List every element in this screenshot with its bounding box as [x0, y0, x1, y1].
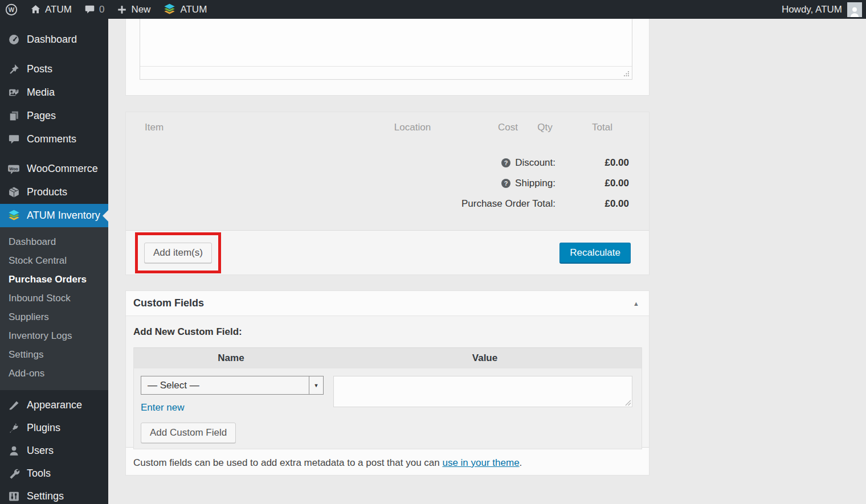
red-highlight-annotation: Add item(s) [135, 232, 221, 273]
add-new-custom-field-label: Add New Custom Field: [133, 326, 642, 338]
submenu-item-dashboard[interactable]: Dashboard [0, 232, 108, 251]
custom-fields-description: Custom fields can be used to add extra m… [126, 448, 649, 478]
meta-key-select[interactable]: — Select — ▼ [141, 376, 324, 395]
wordpress-logo-menu[interactable]: W [0, 0, 24, 19]
chevron-down-icon: ▼ [309, 376, 323, 394]
admin-sidebar-menu: Dashboard Posts Media Pages Comments Woo… [0, 19, 108, 504]
admin-bar-site-link[interactable]: ATUM [24, 0, 78, 19]
sidebar-item-tools[interactable]: Tools [0, 462, 108, 485]
sidebar-item-label: Posts [27, 63, 52, 75]
sidebar-item-users[interactable]: Users [0, 439, 108, 462]
sidebar-item-posts[interactable]: Posts [0, 58, 108, 81]
editor-statusbar [140, 67, 632, 79]
help-icon[interactable]: ? [501, 179, 510, 188]
home-icon [30, 4, 41, 15]
submenu-item-stock-central[interactable]: Stock Central [0, 251, 108, 270]
add-items-button[interactable]: Add item(s) [144, 243, 212, 263]
items-footer: Add item(s) Recalculate [126, 230, 649, 274]
help-icon[interactable]: ? [501, 158, 510, 167]
admin-bar-site-name: ATUM [45, 4, 72, 15]
shipping-row: ? Shipping: £0.00 [126, 173, 649, 194]
sidebar-item-label: Users [27, 445, 54, 457]
value-column-header: Value [328, 353, 642, 364]
plus-icon [117, 5, 127, 15]
order-total-value: £0.00 [555, 198, 649, 210]
sidebar-item-atum-inventory[interactable]: ATUM Inventory [0, 204, 108, 227]
sidebar-item-dashboard[interactable]: Dashboard [0, 28, 108, 51]
collapse-toggle-icon[interactable]: ▲ [633, 300, 639, 307]
column-header-total: Total [572, 122, 649, 133]
po-items-metabox: Item Location Cost Qty Total ? Discount:… [125, 112, 650, 275]
use-in-your-theme-link[interactable]: use in your theme [442, 457, 519, 468]
sidebar-item-plugins[interactable]: Plugins [0, 416, 108, 439]
submenu-item-inventory-logs[interactable]: Inventory Logs [0, 326, 108, 345]
sidebar-item-label: Appearance [27, 399, 82, 411]
sidebar-item-pages[interactable]: Pages [0, 104, 108, 128]
discount-value: £0.00 [555, 157, 649, 169]
column-header-location: Location [367, 122, 458, 133]
meta-value-textarea[interactable] [333, 376, 632, 407]
avatar[interactable] [847, 2, 862, 17]
howdy-text[interactable]: Howdy, ATUM [782, 4, 842, 15]
sidebar-item-woocommerce[interactable]: Woo WooCommerce [0, 157, 108, 181]
description-text-period: . [520, 457, 522, 468]
sidebar-item-label: ATUM Inventory [27, 210, 100, 222]
sidebar-item-products[interactable]: Products [0, 181, 108, 204]
shipping-label: Shipping: [515, 178, 555, 189]
admin-bar-comment-count: 0 [99, 4, 104, 15]
submenu-item-purchase-orders[interactable]: Purchase Orders [0, 270, 108, 289]
products-box-icon [7, 186, 21, 199]
admin-bar-atum-label: ATUM [180, 4, 207, 15]
custom-fields-table: Name Value — Select — ▼ Enter new Add Cu… [133, 347, 642, 449]
custom-fields-body: Add New Custom Field: Name Value — Selec… [126, 316, 649, 448]
dashboard-gauge-icon [7, 33, 21, 47]
comment-bubble-icon [84, 4, 95, 15]
media-icon [7, 86, 21, 100]
wordpress-logo-icon: W [5, 3, 18, 16]
atum-layers-icon [163, 3, 176, 16]
editor-resize-grip-icon[interactable] [623, 70, 630, 77]
discount-row: ? Discount: £0.00 [126, 153, 649, 173]
sidebar-item-label: Comments [27, 133, 76, 145]
sidebar-item-comments[interactable]: Comments [0, 128, 108, 151]
custom-fields-title: Custom Fields [133, 297, 204, 309]
order-total-row: Purchase Order Total: £0.00 [126, 194, 649, 214]
custom-fields-table-row: — Select — ▼ Enter new Add Custom Field [134, 368, 642, 449]
tools-wrench-icon [7, 466, 21, 480]
admin-bar-new-label: New [131, 4, 150, 15]
description-textarea[interactable] [140, 19, 632, 67]
admin-bar-new[interactable]: New [111, 0, 157, 19]
sidebar-item-label: Products [27, 186, 67, 198]
add-custom-field-button[interactable]: Add Custom Field [141, 423, 236, 443]
sidebar-item-label: Dashboard [27, 34, 77, 46]
sidebar-item-appearance[interactable]: Appearance [0, 394, 108, 416]
sidebar-item-label: Tools [27, 468, 51, 480]
svg-text:W: W [9, 6, 15, 13]
sidebar-item-label: WooCommerce [27, 163, 98, 175]
appearance-brush-icon [7, 398, 21, 412]
woocommerce-icon: Woo [7, 162, 21, 176]
meta-key-select-value: — Select — [148, 380, 199, 391]
sidebar-item-label: Settings [27, 490, 64, 502]
description-text: Custom fields can be used to add extra m… [133, 457, 442, 468]
items-table-header: Item Location Cost Qty Total [126, 112, 649, 133]
submenu-item-suppliers[interactable]: Suppliers [0, 308, 108, 326]
admin-bar-atum[interactable]: ATUM [157, 0, 213, 19]
custom-fields-header[interactable]: Custom Fields ▲ [126, 291, 649, 316]
submenu-item-settings[interactable]: Settings [0, 345, 108, 364]
sidebar-item-label: Media [27, 87, 55, 99]
enter-new-link[interactable]: Enter new [141, 402, 185, 413]
atum-inventory-submenu: Dashboard Stock Central Purchase Orders … [0, 227, 108, 390]
plugin-icon [7, 421, 21, 435]
submenu-item-add-ons[interactable]: Add-ons [0, 364, 108, 383]
sidebar-item-label: Plugins [27, 422, 60, 434]
order-total-label: Purchase Order Total: [461, 198, 555, 210]
sidebar-item-media[interactable]: Media [0, 81, 108, 104]
pin-icon [7, 63, 21, 76]
admin-bar-comments[interactable]: 0 [78, 0, 111, 19]
custom-fields-metabox: Custom Fields ▲ Add New Custom Field: Na… [125, 290, 650, 476]
submenu-item-inbound-stock[interactable]: Inbound Stock [0, 289, 108, 308]
sidebar-item-settings[interactable]: Settings [0, 485, 108, 504]
textarea-resize-grip-icon[interactable] [625, 400, 631, 406]
recalculate-button[interactable]: Recalculate [559, 243, 631, 263]
